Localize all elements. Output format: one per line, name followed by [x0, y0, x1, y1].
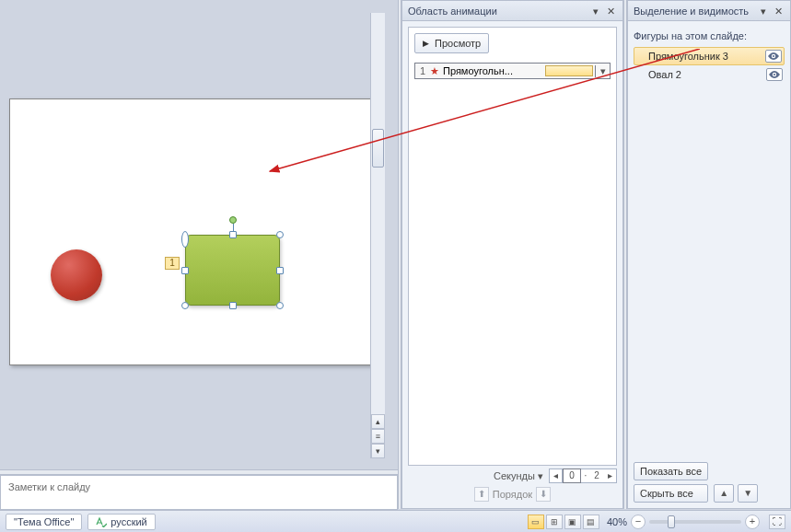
timeline-max: 2 — [590, 469, 603, 482]
visibility-toggle[interactable] — [765, 50, 782, 63]
status-bar: "Тема Office" русский ▭ ⊞ ▣ ▤ 40% − + ⛶ — [0, 510, 791, 532]
animation-pane-toolbar: ▶ Просмотр — [409, 28, 616, 59]
move-up-button[interactable]: ⬆ — [474, 487, 489, 502]
reorder-group: ▲ ▼ — [714, 484, 758, 503]
shape-move-down-button[interactable]: ▼ — [738, 484, 758, 503]
move-down-button[interactable]: ⬇ — [536, 487, 551, 502]
animation-item-name: Прямоугольн... — [441, 65, 545, 76]
animation-reorder: ⬆ Порядок ⬇ — [408, 486, 617, 503]
animation-duration-bar[interactable] — [545, 65, 593, 76]
vertical-scrollbar-thumb[interactable] — [372, 129, 384, 168]
show-all-button[interactable]: Показать все — [634, 462, 708, 480]
zoom-controls: 40% − + ⛶ — [607, 515, 785, 529]
timeline-label[interactable]: Секунды ▾ — [408, 470, 549, 482]
rectangle-shape[interactable] — [185, 235, 280, 306]
eye-icon — [768, 52, 779, 60]
timeline-nav: ◂ 0 · 2 ▸ — [549, 468, 617, 483]
timeline-pos: 0 — [563, 468, 581, 483]
resize-handle-tr[interactable] — [276, 231, 284, 238]
rotation-handle[interactable] — [229, 216, 237, 224]
shape-move-up-button[interactable]: ▲ — [714, 484, 734, 503]
slide-nav-menu[interactable]: ≡ — [371, 429, 385, 444]
resize-handle-bm[interactable] — [229, 302, 237, 309]
prev-slide-button[interactable]: ▴ — [371, 414, 385, 429]
animation-tag[interactable]: 1 — [165, 257, 180, 270]
rectangle-shape-selected[interactable]: 1 — [185, 235, 280, 306]
resize-handle-ml[interactable] — [181, 267, 189, 274]
oval-shape[interactable] — [51, 249, 102, 301]
animation-index: 1 — [415, 65, 428, 76]
notes-pane[interactable]: Заметки к слайду — [0, 475, 398, 510]
animation-item-dropdown-icon[interactable]: ▾ — [595, 65, 610, 77]
hide-all-button[interactable]: Скрыть все — [634, 484, 708, 503]
play-animation-button[interactable]: ▶ Просмотр — [414, 33, 489, 53]
reading-view-button[interactable]: ▣ — [564, 515, 581, 529]
resize-handle-tm[interactable] — [229, 231, 237, 238]
zoom-slider-thumb[interactable] — [668, 515, 675, 528]
zoom-level[interactable]: 40% — [607, 516, 627, 527]
animation-pane-title: Область анимации — [408, 6, 587, 17]
animation-effect-icon: ★ — [428, 65, 441, 77]
theme-indicator[interactable]: "Тема Office" — [6, 514, 82, 530]
language-indicator[interactable]: русский — [87, 514, 155, 530]
timeline-next-icon[interactable]: ▸ — [603, 469, 616, 482]
slide-editor: 1 ▴ ≡ ▾ — [0, 0, 398, 469]
timeline-spacer: · — [581, 469, 590, 482]
animation-pane-header: Область анимации ▾ ✕ — [402, 1, 622, 21]
slide-canvas[interactable]: 1 — [9, 98, 378, 365]
svg-point-2 — [774, 74, 775, 75]
animation-pane-footer: Секунды ▾ ◂ 0 · 2 ▸ ⬆ Порядок ⬇ — [408, 468, 617, 503]
timeline-prev-icon[interactable]: ◂ — [550, 469, 563, 482]
zoom-slider[interactable] — [649, 520, 741, 524]
animation-list: 1 ★ Прямоугольн... ▾ — [414, 63, 611, 459]
slide-viewport: 1 ▴ ≡ ▾ — [0, 6, 385, 465]
zoom-in-button[interactable]: + — [745, 515, 760, 529]
shape-list-item[interactable]: Прямоугольник 3 — [634, 47, 785, 65]
next-slide-button[interactable]: ▾ — [371, 444, 385, 458]
rotation-stem — [233, 224, 234, 231]
animation-pane: Область анимации ▾ ✕ ▶ Просмотр 1 ★ Прям… — [401, 0, 623, 509]
sorter-view-button[interactable]: ⊞ — [546, 515, 563, 529]
shape-list-item[interactable]: Овал 2 — [634, 65, 785, 84]
visibility-toggle[interactable] — [766, 68, 783, 81]
eye-icon — [769, 71, 780, 78]
animation-item[interactable]: 1 ★ Прямоугольн... ▾ — [414, 63, 611, 79]
selection-pane-menu-icon[interactable]: ▾ — [757, 5, 770, 17]
shape-name: Овал 2 — [648, 69, 766, 80]
shape-name: Прямоугольник 3 — [648, 51, 765, 62]
reorder-label: Порядок — [493, 489, 532, 500]
selection-pane-title: Выделение и видимость — [634, 6, 755, 17]
selection-pane-footer: Показать все Скрыть все ▲ ▼ Порядок ▾ — [634, 462, 785, 503]
timeline-controls: Секунды ▾ ◂ 0 · 2 ▸ — [408, 468, 617, 484]
vertical-scrollbar[interactable] — [370, 13, 385, 425]
svg-point-1 — [773, 55, 774, 57]
resize-handle-br[interactable] — [276, 302, 284, 309]
resize-handle-tl[interactable] — [181, 231, 189, 248]
selection-pane-caption: Фигуры на этом слайде: — [634, 27, 785, 47]
normal-view-button[interactable]: ▭ — [528, 515, 544, 529]
animation-pane-menu-icon[interactable]: ▾ — [589, 5, 602, 17]
resize-handle-bl[interactable] — [181, 302, 189, 309]
zoom-out-button[interactable]: − — [631, 515, 646, 529]
fit-to-window-button[interactable]: ⛶ — [769, 515, 785, 529]
resize-handle-mr[interactable] — [276, 267, 284, 274]
animation-pane-close-icon[interactable]: ✕ — [604, 5, 617, 17]
slideshow-view-button[interactable]: ▤ — [583, 515, 599, 529]
play-button-label: Просмотр — [435, 38, 481, 49]
selection-pane-body: Фигуры на этом слайде: Прямоугольник 3 О… — [634, 27, 785, 460]
slide-nav-buttons: ▴ ≡ ▾ — [370, 414, 385, 458]
selection-pane-header: Выделение и видимость ▾ ✕ — [628, 1, 790, 21]
visibility-buttons: Показать все Скрыть все — [634, 462, 708, 503]
animation-pane-body: ▶ Просмотр 1 ★ Прямоугольн... ▾ — [408, 27, 617, 466]
selection-pane-close-icon[interactable]: ✕ — [772, 5, 785, 17]
play-icon: ▶ — [423, 39, 429, 48]
spellcheck-icon — [96, 516, 107, 527]
selection-pane: Выделение и видимость ▾ ✕ Фигуры на этом… — [627, 0, 791, 509]
